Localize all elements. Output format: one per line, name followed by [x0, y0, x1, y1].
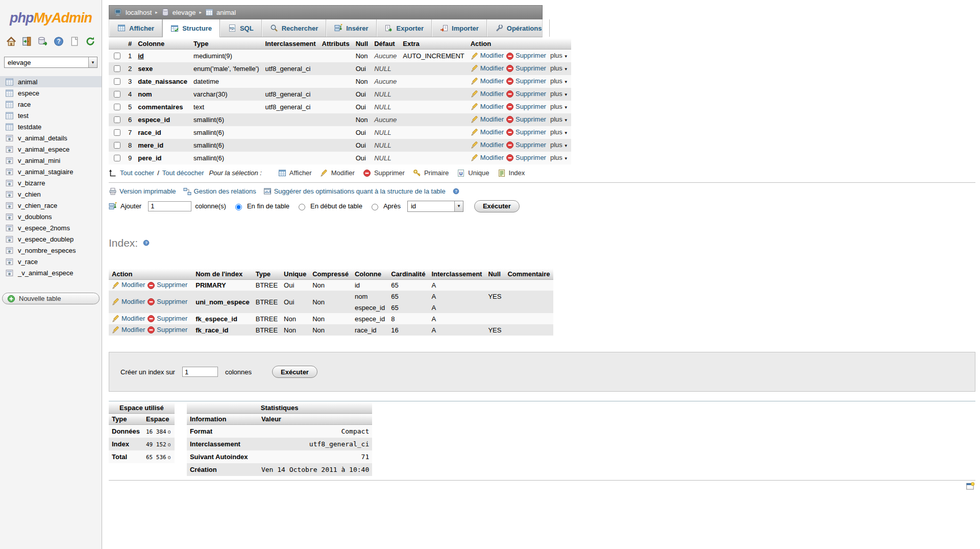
row-checkbox[interactable]: [114, 116, 120, 123]
pencil-icon[interactable]: [471, 90, 479, 98]
uncheck-all-link[interactable]: Tout décocher: [162, 169, 204, 177]
delete-link[interactable]: Supprimer: [506, 154, 546, 161]
selection-action-unique[interactable]: UUnique: [457, 169, 489, 177]
delete-index-link[interactable]: Supprimer: [147, 281, 187, 289]
minus-circle-icon[interactable]: [506, 90, 514, 98]
sidebar-item-test[interactable]: test: [0, 110, 102, 121]
sidebar-item-v_espece_doublep[interactable]: v_espece_doublep: [0, 233, 102, 245]
delete-index-link[interactable]: Supprimer: [147, 326, 187, 333]
tab-opérations[interactable]: Opérations: [487, 19, 550, 37]
tab-importer[interactable]: Importer: [432, 19, 487, 37]
minus-circle-icon[interactable]: [506, 103, 514, 111]
modify-link[interactable]: Modifier: [471, 103, 504, 110]
sidebar-item-v_race[interactable]: v_race: [0, 256, 102, 267]
chevron-down-icon[interactable]: ▼: [564, 118, 568, 123]
more-actions-link[interactable]: plus: [550, 154, 562, 161]
modify-link[interactable]: Modifier: [471, 141, 504, 149]
minus-circle-icon[interactable]: [506, 141, 514, 149]
minus-circle-icon[interactable]: [506, 52, 514, 60]
selection-action-modifier[interactable]: Modifier: [320, 169, 355, 177]
modify-index-link[interactable]: Modifier: [112, 298, 145, 305]
new-table-button[interactable]: Nouvelle table: [2, 293, 100, 304]
delete-link[interactable]: Supprimer: [506, 90, 546, 98]
chevron-down-icon[interactable]: ▼: [564, 80, 568, 84]
minus-circle-icon[interactable]: [147, 315, 155, 323]
delete-index-link[interactable]: Supprimer: [147, 315, 187, 322]
pencil-icon[interactable]: [471, 52, 479, 60]
minus-circle-icon[interactable]: [506, 154, 514, 162]
add-column-execute-button[interactable]: Exécuter: [474, 200, 520, 212]
chevron-down-icon[interactable]: ▼: [564, 67, 568, 71]
pencil-icon[interactable]: [471, 141, 479, 149]
selection-action-afficher[interactable]: Afficher: [278, 169, 312, 177]
sidebar-item-animal[interactable]: animal: [0, 76, 102, 87]
sidebar-item-v_espece_2noms[interactable]: v_espece_2noms: [0, 222, 102, 233]
pencil-icon[interactable]: [471, 77, 479, 85]
modify-link[interactable]: Modifier: [471, 90, 504, 98]
more-actions-link[interactable]: plus: [550, 103, 562, 110]
create-index-count-input[interactable]: [182, 367, 218, 377]
sidebar-item-v_chien[interactable]: v_chien: [0, 188, 102, 200]
minus-circle-icon[interactable]: [506, 77, 514, 85]
more-actions-link[interactable]: plus: [550, 90, 562, 98]
check-all-link[interactable]: Tout cocher: [120, 169, 154, 177]
minus-circle-icon[interactable]: [147, 298, 155, 306]
chevron-down-icon[interactable]: ▼: [564, 54, 568, 59]
more-actions-link[interactable]: plus: [550, 77, 562, 85]
print-view-link[interactable]: Version imprimable: [109, 187, 176, 196]
row-checkbox[interactable]: [114, 104, 120, 110]
modify-index-link[interactable]: Modifier: [112, 326, 145, 333]
row-checkbox[interactable]: [114, 155, 120, 161]
home-icon[interactable]: [6, 36, 16, 46]
sidebar-item-v_doublons[interactable]: v_doublons: [0, 211, 102, 222]
pencil-icon[interactable]: [471, 64, 479, 73]
row-checkbox[interactable]: [114, 78, 120, 85]
sidebar-item-espece[interactable]: espece: [0, 87, 102, 99]
pencil-icon[interactable]: [112, 315, 120, 323]
modify-link[interactable]: Modifier: [471, 77, 504, 85]
help-icon[interactable]: ?: [54, 36, 64, 46]
pencil-icon[interactable]: [112, 298, 120, 306]
selection-action-primaire[interactable]: Primaire: [413, 169, 449, 177]
modify-index-link[interactable]: Modifier: [112, 315, 145, 322]
sidebar-item-testdate[interactable]: testdate: [0, 121, 102, 132]
row-checkbox[interactable]: [114, 91, 120, 98]
add-column-count-input[interactable]: [148, 201, 191, 211]
sidebar-item-v_bizarre[interactable]: v_bizarre: [0, 177, 102, 188]
minus-circle-icon[interactable]: [506, 128, 514, 136]
create-index-execute-button[interactable]: Exécuter: [272, 366, 317, 378]
minus-circle-icon[interactable]: [506, 64, 514, 73]
key-icon[interactable]: [413, 169, 421, 177]
chevron-down-icon[interactable]: ▼: [564, 144, 568, 148]
tab-afficher[interactable]: Afficher: [109, 19, 162, 37]
more-actions-link[interactable]: plus: [550, 128, 562, 136]
sidebar-item-v_nombre_especes[interactable]: v_nombre_especes: [0, 245, 102, 256]
query-window-icon[interactable]: [38, 36, 48, 46]
delete-link[interactable]: Supprimer: [506, 141, 546, 149]
modify-link[interactable]: Modifier: [471, 64, 504, 72]
breadcrumb-table[interactable]: animal: [205, 8, 236, 16]
browse-icon[interactable]: [278, 169, 286, 177]
minus-circle-icon[interactable]: [147, 281, 155, 290]
minus-icon[interactable]: [363, 169, 371, 177]
modify-link[interactable]: Modifier: [471, 52, 504, 59]
sidebar-item-race[interactable]: race: [0, 99, 102, 110]
logout-icon[interactable]: [22, 36, 32, 46]
pencil-icon[interactable]: [471, 154, 479, 162]
pencil-icon[interactable]: [112, 326, 120, 334]
more-actions-link[interactable]: plus: [550, 64, 562, 72]
pencil-icon[interactable]: [320, 169, 328, 177]
propose-structure-link[interactable]: Suggérer des optimisations quant à la st…: [263, 187, 446, 196]
documentation-icon[interactable]: [69, 36, 80, 46]
more-actions-link[interactable]: plus: [550, 52, 562, 59]
row-checkbox[interactable]: [114, 53, 120, 59]
delete-link[interactable]: Supprimer: [506, 103, 546, 110]
modify-link[interactable]: Modifier: [471, 115, 504, 123]
delete-link[interactable]: Supprimer: [506, 52, 546, 59]
tab-rechercher[interactable]: Rechercher: [262, 19, 327, 37]
delete-link[interactable]: Supprimer: [506, 115, 546, 123]
breadcrumb-server[interactable]: localhost: [114, 8, 152, 16]
reload-icon[interactable]: [85, 36, 95, 46]
more-actions-link[interactable]: plus: [550, 141, 562, 149]
selection-action-supprimer[interactable]: Supprimer: [363, 169, 405, 177]
